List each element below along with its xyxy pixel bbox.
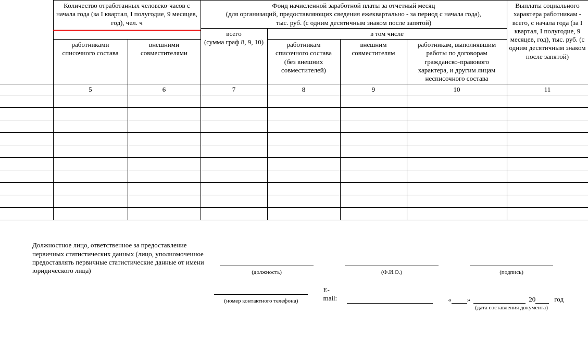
numcell-10: 10 (407, 84, 507, 95)
phone-field[interactable] (214, 284, 308, 295)
table-row (0, 195, 588, 208)
signature-caption: (подпись) (470, 269, 553, 275)
header-col7-a: всего (226, 30, 241, 37)
phone-caption: (номер контактного телефона) (214, 297, 308, 304)
responsible-label: Должностное лицо, ответственное за предо… (32, 241, 204, 275)
table-row (0, 145, 588, 158)
year-word: год (554, 295, 564, 304)
header-fund-line3: тыс. руб. (с одним десятичным знаком пос… (276, 19, 431, 27)
table-row (0, 208, 588, 220)
signature-field[interactable] (470, 256, 553, 266)
table-row (0, 120, 588, 133)
doc-date-caption: (дата составления документа) (449, 304, 574, 310)
numcell-6: 6 (128, 84, 201, 95)
numcell-5: 5 (53, 84, 128, 95)
numcell-11: 11 (507, 84, 588, 95)
date-quote-close: » (467, 295, 471, 304)
numcell-7: 7 (201, 84, 267, 95)
year-20: 20 (529, 295, 535, 304)
header-col8: работникам списочного состава (без внешн… (267, 40, 340, 84)
header-social: Выплаты социального характера работникам… (507, 1, 588, 84)
numcell-9: 9 (340, 84, 407, 95)
header-fund-line1: Фонд начисленной заработной платы за отч… (272, 2, 435, 9)
position-caption: (должность) (220, 269, 314, 275)
report-table: Количество отработанных человеко-часов с… (0, 0, 588, 220)
table-row (0, 95, 588, 108)
table-row (0, 183, 588, 195)
header-col7: всего (сумма граф 8, 9, 10) (201, 28, 267, 84)
header-hours-group: Количество отработанных человеко-часов с… (53, 1, 201, 40)
stub-cell (0, 1, 53, 84)
email-field[interactable] (347, 293, 433, 304)
header-col6: внешними совместителями (128, 40, 201, 84)
table-row (0, 133, 588, 145)
header-fund-group: Фонд начисленной заработной платы за отч… (201, 1, 507, 29)
table-row (0, 108, 588, 120)
table-row (0, 170, 588, 183)
date-day-field[interactable] (452, 293, 467, 304)
fio-field[interactable] (345, 256, 439, 266)
signature-block: Должностное лицо, ответственное за предо… (32, 241, 564, 310)
highlight-marker (53, 30, 201, 31)
header-col5: работниками списочного состава (53, 40, 128, 84)
header-col7-b: (сумма граф 8, 9, 10) (204, 38, 264, 46)
email-label: E-mail: (323, 286, 343, 304)
year-field[interactable] (535, 293, 549, 304)
position-field[interactable] (220, 256, 314, 266)
header-col9: внешним совместителям (340, 40, 407, 84)
header-including: в том числе (267, 28, 507, 39)
numcell-blank (0, 84, 53, 95)
date-month-field[interactable] (473, 293, 526, 304)
numcell-8: 8 (267, 84, 340, 95)
header-col10: работникам, выполнявшим работы по догово… (407, 40, 507, 84)
header-fund-line2: (для организаций, предоставляющих сведен… (226, 10, 481, 18)
fio-caption: (Ф.И.О.) (345, 269, 439, 275)
table-row (0, 158, 588, 170)
